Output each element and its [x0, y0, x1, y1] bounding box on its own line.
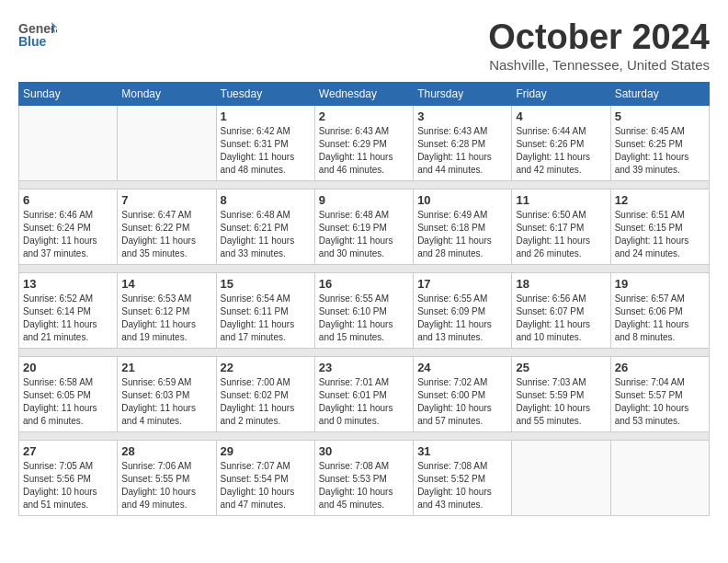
- day-info: Sunrise: 6:55 AM Sunset: 6:09 PM Dayligh…: [417, 293, 507, 344]
- day-number: 15: [221, 277, 311, 291]
- day-info: Sunrise: 7:07 AM Sunset: 5:54 PM Dayligh…: [221, 460, 311, 511]
- calendar-cell: 1Sunrise: 6:42 AM Sunset: 6:31 PM Daylig…: [216, 105, 314, 180]
- day-number: 10: [417, 193, 507, 207]
- page-header: General Blue October 2024 Nashville, Ten…: [18, 18, 710, 73]
- header-thursday: Thursday: [414, 82, 512, 105]
- svg-text:Blue: Blue: [18, 34, 47, 49]
- calendar-cell: 11Sunrise: 6:50 AM Sunset: 6:17 PM Dayli…: [512, 189, 610, 264]
- row-separator: [19, 264, 710, 272]
- calendar-cell: 31Sunrise: 7:08 AM Sunset: 5:52 PM Dayli…: [414, 440, 512, 515]
- day-info: Sunrise: 7:06 AM Sunset: 5:55 PM Dayligh…: [121, 460, 211, 511]
- calendar-week-5: 27Sunrise: 7:05 AM Sunset: 5:56 PM Dayli…: [19, 440, 710, 515]
- day-number: 4: [516, 109, 606, 123]
- header-wednesday: Wednesday: [314, 82, 413, 105]
- header-friday: Friday: [512, 82, 610, 105]
- day-number: 20: [23, 361, 113, 374]
- day-number: 3: [417, 109, 507, 123]
- calendar-cell: 10Sunrise: 6:49 AM Sunset: 6:18 PM Dayli…: [414, 189, 512, 264]
- calendar-cell: [512, 440, 610, 515]
- header-saturday: Saturday: [610, 82, 709, 105]
- day-number: 6: [23, 193, 113, 207]
- calendar-header-row: Sunday Monday Tuesday Wednesday Thursday…: [19, 82, 710, 105]
- day-info: Sunrise: 6:44 AM Sunset: 6:26 PM Dayligh…: [516, 125, 606, 177]
- day-info: Sunrise: 6:45 AM Sunset: 6:25 PM Dayligh…: [615, 125, 705, 177]
- day-info: Sunrise: 6:46 AM Sunset: 6:24 PM Dayligh…: [23, 209, 113, 260]
- day-info: Sunrise: 6:48 AM Sunset: 6:19 PM Dayligh…: [319, 209, 409, 260]
- separator-cell: [19, 431, 710, 440]
- header-sunday: Sunday: [19, 82, 118, 105]
- day-info: Sunrise: 7:05 AM Sunset: 5:56 PM Dayligh…: [23, 460, 113, 511]
- calendar-cell: 23Sunrise: 7:01 AM Sunset: 6:01 PM Dayli…: [314, 356, 413, 431]
- day-info: Sunrise: 6:55 AM Sunset: 6:10 PM Dayligh…: [319, 293, 409, 344]
- calendar-cell: 3Sunrise: 6:43 AM Sunset: 6:28 PM Daylig…: [414, 105, 512, 180]
- calendar-cell: 17Sunrise: 6:55 AM Sunset: 6:09 PM Dayli…: [414, 272, 512, 348]
- day-number: 21: [121, 361, 211, 374]
- calendar-cell: 13Sunrise: 6:52 AM Sunset: 6:14 PM Dayli…: [19, 272, 118, 348]
- day-number: 26: [615, 361, 705, 374]
- calendar-cell: 25Sunrise: 7:03 AM Sunset: 5:59 PM Dayli…: [512, 356, 610, 431]
- separator-cell: [19, 180, 710, 189]
- calendar-cell: [118, 105, 216, 180]
- calendar-cell: 19Sunrise: 6:57 AM Sunset: 6:06 PM Dayli…: [610, 272, 709, 348]
- calendar-cell: 28Sunrise: 7:06 AM Sunset: 5:55 PM Dayli…: [118, 440, 216, 515]
- day-number: 11: [516, 193, 606, 207]
- day-info: Sunrise: 6:52 AM Sunset: 6:14 PM Dayligh…: [23, 293, 113, 344]
- day-info: Sunrise: 7:01 AM Sunset: 6:01 PM Dayligh…: [319, 376, 409, 428]
- day-number: 22: [221, 361, 311, 374]
- day-info: Sunrise: 6:42 AM Sunset: 6:31 PM Dayligh…: [221, 125, 311, 177]
- row-separator: [19, 431, 710, 440]
- day-info: Sunrise: 6:47 AM Sunset: 6:22 PM Dayligh…: [121, 209, 211, 260]
- calendar-cell: 6Sunrise: 6:46 AM Sunset: 6:24 PM Daylig…: [19, 189, 118, 264]
- calendar-week-2: 6Sunrise: 6:46 AM Sunset: 6:24 PM Daylig…: [19, 189, 710, 264]
- day-number: 17: [417, 277, 507, 291]
- title-section: October 2024 Nashville, Tennessee, Unite…: [488, 18, 710, 73]
- day-number: 1: [221, 109, 311, 123]
- calendar-cell: 29Sunrise: 7:07 AM Sunset: 5:54 PM Dayli…: [216, 440, 314, 515]
- day-info: Sunrise: 6:43 AM Sunset: 6:28 PM Dayligh…: [417, 125, 507, 177]
- day-number: 5: [615, 109, 705, 123]
- day-info: Sunrise: 6:50 AM Sunset: 6:17 PM Dayligh…: [516, 209, 606, 260]
- day-number: 19: [615, 277, 705, 291]
- day-info: Sunrise: 7:08 AM Sunset: 5:52 PM Dayligh…: [417, 460, 507, 511]
- day-number: 29: [221, 444, 311, 458]
- calendar-cell: 20Sunrise: 6:58 AM Sunset: 6:05 PM Dayli…: [19, 356, 118, 431]
- calendar-cell: 24Sunrise: 7:02 AM Sunset: 6:00 PM Dayli…: [414, 356, 512, 431]
- day-info: Sunrise: 6:58 AM Sunset: 6:05 PM Dayligh…: [23, 376, 113, 428]
- day-number: 14: [121, 277, 211, 291]
- row-separator: [19, 180, 710, 189]
- day-number: 27: [23, 444, 113, 458]
- calendar-cell: 27Sunrise: 7:05 AM Sunset: 5:56 PM Dayli…: [19, 440, 118, 515]
- calendar-cell: [19, 105, 118, 180]
- calendar-cell: 2Sunrise: 6:43 AM Sunset: 6:29 PM Daylig…: [314, 105, 413, 180]
- day-number: 16: [319, 277, 409, 291]
- logo-icon: General Blue: [18, 18, 57, 52]
- calendar-week-3: 13Sunrise: 6:52 AM Sunset: 6:14 PM Dayli…: [19, 272, 710, 348]
- day-number: 31: [417, 444, 507, 458]
- calendar-table: Sunday Monday Tuesday Wednesday Thursday…: [18, 82, 710, 516]
- day-info: Sunrise: 7:00 AM Sunset: 6:02 PM Dayligh…: [221, 376, 311, 428]
- day-number: 25: [516, 361, 606, 374]
- day-number: 18: [516, 277, 606, 291]
- header-monday: Monday: [118, 82, 216, 105]
- row-separator: [19, 348, 710, 356]
- day-info: Sunrise: 7:03 AM Sunset: 5:59 PM Dayligh…: [516, 376, 606, 428]
- calendar-cell: 9Sunrise: 6:48 AM Sunset: 6:19 PM Daylig…: [314, 189, 413, 264]
- calendar-cell: 8Sunrise: 6:48 AM Sunset: 6:21 PM Daylig…: [216, 189, 314, 264]
- day-info: Sunrise: 6:48 AM Sunset: 6:21 PM Dayligh…: [221, 209, 311, 260]
- month-title: October 2024: [488, 18, 710, 57]
- day-number: 23: [319, 361, 409, 374]
- location: Nashville, Tennessee, United States: [488, 57, 710, 73]
- calendar-cell: 7Sunrise: 6:47 AM Sunset: 6:22 PM Daylig…: [118, 189, 216, 264]
- calendar-cell: 4Sunrise: 6:44 AM Sunset: 6:26 PM Daylig…: [512, 105, 610, 180]
- day-info: Sunrise: 7:04 AM Sunset: 5:57 PM Dayligh…: [615, 376, 705, 428]
- day-info: Sunrise: 6:57 AM Sunset: 6:06 PM Dayligh…: [615, 293, 705, 344]
- day-number: 9: [319, 193, 409, 207]
- calendar-week-4: 20Sunrise: 6:58 AM Sunset: 6:05 PM Dayli…: [19, 356, 710, 431]
- calendar-cell: 5Sunrise: 6:45 AM Sunset: 6:25 PM Daylig…: [610, 105, 709, 180]
- day-info: Sunrise: 7:08 AM Sunset: 5:53 PM Dayligh…: [319, 460, 409, 511]
- day-number: 28: [121, 444, 211, 458]
- calendar-cell: 14Sunrise: 6:53 AM Sunset: 6:12 PM Dayli…: [118, 272, 216, 348]
- day-info: Sunrise: 6:51 AM Sunset: 6:15 PM Dayligh…: [615, 209, 705, 260]
- calendar-cell: 26Sunrise: 7:04 AM Sunset: 5:57 PM Dayli…: [610, 356, 709, 431]
- day-number: 30: [319, 444, 409, 458]
